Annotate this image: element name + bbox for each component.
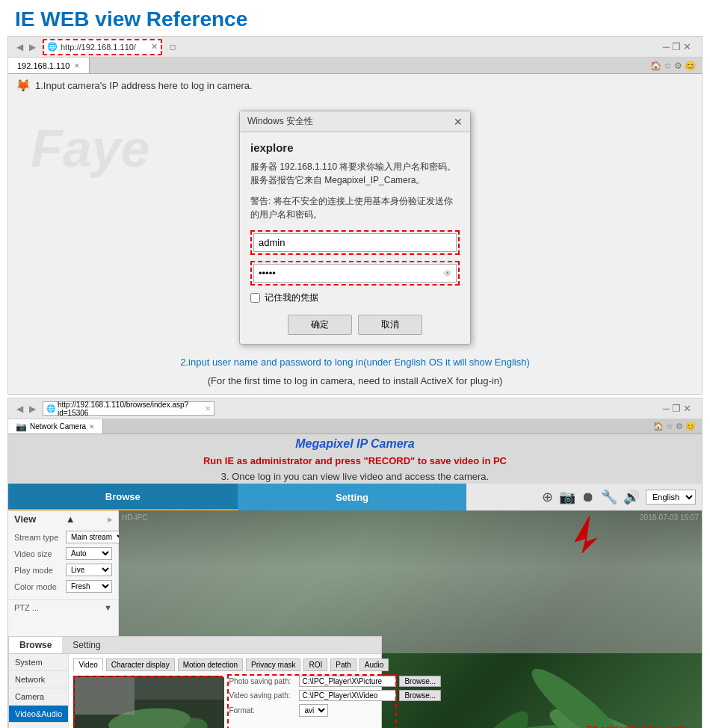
snapshot-icon[interactable]: 📷 [559, 489, 575, 505]
emoji2-smiley: 😊 [685, 422, 696, 431]
photo-path-row: Photo saving path: Browse... [229, 676, 395, 687]
panel-setting-btn[interactable]: Setting [62, 637, 111, 653]
record-arrow [530, 512, 620, 557]
svg-point-4 [524, 659, 633, 728]
nav2-arrows[interactable]: ◀ ▶ [14, 404, 38, 414]
ptz-expand-icon[interactable]: ▼ [104, 603, 112, 612]
color-label: Color mode [14, 582, 63, 591]
globe-icon: 🌐 [47, 42, 58, 52]
zoom-icon[interactable]: ⊕ [542, 489, 553, 505]
remember-checkbox[interactable] [250, 293, 260, 303]
video-thumb [73, 676, 223, 728]
browser-icons: ─ ❐ ✕ [663, 41, 696, 52]
setting-nav-btn[interactable]: Setting [238, 484, 467, 510]
photo-path-input[interactable] [299, 676, 396, 687]
password-input[interactable] [253, 264, 457, 283]
back-arrow[interactable]: ◀ [14, 42, 25, 52]
tab-roi[interactable]: ROI [303, 658, 327, 671]
address2-text: http://192.168.1.110/browse/index.asp?id… [58, 401, 203, 417]
tab-path[interactable]: Path [330, 658, 356, 671]
menu-videoaudio[interactable]: Video&Audio [9, 706, 68, 723]
view-header[interactable]: View ▲ ▸ [8, 510, 118, 528]
forward2-arrow[interactable]: ▶ [27, 404, 38, 414]
forward-arrow[interactable]: ▶ [27, 42, 38, 52]
photo-browse-btn[interactable]: Browse... [399, 676, 441, 687]
color-select[interactable]: Fresh [66, 580, 112, 593]
menu-ptz[interactable]: PTZ Function [9, 723, 68, 728]
ok-button[interactable]: 确定 [288, 315, 352, 335]
emoji-smiley: 😊 [685, 61, 696, 71]
menu-network[interactable]: Network [9, 671, 68, 688]
stream-type-row: Stream type Main stream [14, 531, 112, 543]
back2-arrow[interactable]: ◀ [14, 404, 25, 414]
step2-text: 2.input user name and password to long i… [8, 352, 702, 372]
network-cam-icon: 📷 [16, 422, 27, 432]
tab-motion[interactable]: Motion detection [178, 658, 243, 671]
dialog-close-icon[interactable]: ✕ [454, 116, 463, 128]
panel-browse-btn[interactable]: Browse [9, 637, 62, 653]
collapse-icon[interactable]: ▲ [66, 513, 75, 525]
sound-icon[interactable]: 🔊 [623, 489, 640, 505]
gear-icon[interactable]: ⚙ [674, 61, 682, 71]
format-row: Format: avi [229, 704, 395, 717]
username-input[interactable] [253, 233, 457, 252]
address-bar[interactable]: 🌐 http://192.168.1.110/ ✕ [43, 39, 162, 55]
format-select[interactable]: avi [299, 704, 328, 717]
star-icon[interactable]: ☆ [664, 61, 672, 71]
search-bar: ◻ [170, 43, 176, 51]
ptz-header[interactable]: PTZ ... ▼ [8, 599, 118, 615]
color-mode-row: Color mode Fresh [14, 580, 112, 593]
tab2-label: Network Camera [30, 422, 86, 431]
restore2-icon[interactable]: ❐ [672, 403, 681, 414]
tab2-active[interactable]: 📷 Network Camera ✕ [8, 419, 103, 434]
record-icon[interactable]: ⏺ [581, 490, 595, 505]
stream-label: Stream type [14, 533, 63, 542]
tab-audio[interactable]: Audio [359, 658, 389, 671]
home2-icon[interactable]: 🏠 [653, 422, 664, 431]
tab-item-active[interactable]: 192.168.1.110 ✕ [8, 58, 90, 73]
tab-privacy[interactable]: Privacy mask [246, 658, 300, 671]
language-select[interactable]: English [646, 490, 696, 505]
camera-ui: Browse Setting ⊕ 📷 ⏺ 🔧 🔊 English View ▲ [8, 484, 702, 728]
tab-close-icon[interactable]: ✕ [74, 62, 80, 70]
search2-icon[interactable]: ✕ [205, 404, 211, 413]
cancel-button[interactable]: 取消 [358, 315, 422, 335]
star2-icon[interactable]: ☆ [666, 422, 673, 431]
video-timestamp: 2018-07-03 15:07 [640, 513, 699, 522]
dialog-body: iexplore 服务器 192.168.1.110 将要求你输入用户名和密码。… [240, 132, 470, 344]
menu-camera[interactable]: Camera [9, 688, 68, 706]
address2-bar[interactable]: 🌐 http://192.168.1.110/browse/index.asp?… [43, 401, 214, 416]
video-browse-btn[interactable]: Browse... [399, 690, 441, 701]
nav-arrows[interactable]: ◀ ▶ [14, 42, 38, 52]
home-icon[interactable]: 🏠 [650, 61, 661, 71]
minimize2-icon[interactable]: ─ [663, 403, 670, 414]
close2-icon[interactable]: ✕ [683, 403, 691, 414]
close-icon[interactable]: ✕ [683, 41, 691, 52]
video-path-input[interactable] [299, 690, 396, 701]
tab2-close-icon[interactable]: ✕ [89, 423, 95, 431]
mode-select[interactable]: Live [66, 564, 112, 576]
tab-char-display[interactable]: Character display [106, 658, 175, 671]
dialog-title-text: Windows 安全性 [247, 115, 313, 128]
dialog-app-name: iexplore [250, 141, 460, 154]
restore-icon[interactable]: ❐ [672, 41, 681, 52]
search-clear-icon[interactable]: ✕ [151, 42, 158, 52]
scroll-icon[interactable]: ▸ [108, 514, 112, 525]
view-content: Stream type Main stream Video size Auto … [8, 528, 118, 599]
svg-point-3 [427, 701, 540, 728]
stream-select[interactable]: Main stream [66, 531, 127, 543]
tab-video[interactable]: Video [73, 658, 102, 671]
menu-system[interactable]: System [9, 654, 68, 671]
tab2-bar: 📷 Network Camera ✕ 🏠 ☆ ⚙ 😊 [8, 419, 702, 434]
minimize-icon[interactable]: ─ [663, 41, 670, 52]
gear2-icon[interactable]: ⚙ [676, 422, 683, 431]
size-select[interactable]: Auto [66, 547, 112, 560]
settings-icon[interactable]: 🔧 [601, 489, 617, 505]
globe2-icon: 🌐 [46, 404, 55, 413]
password-toggle-icon[interactable]: 👁 [443, 268, 452, 279]
browse-nav-btn[interactable]: Browse [8, 484, 238, 510]
browser2-icons: ─ ❐ ✕ [663, 403, 696, 414]
step-note: (For the first time to log in camera, ne… [8, 372, 702, 394]
camera-nav-bar: Browse Setting ⊕ 📷 ⏺ 🔧 🔊 English [8, 484, 702, 510]
address-text: http://192.168.1.110/ [61, 43, 148, 52]
